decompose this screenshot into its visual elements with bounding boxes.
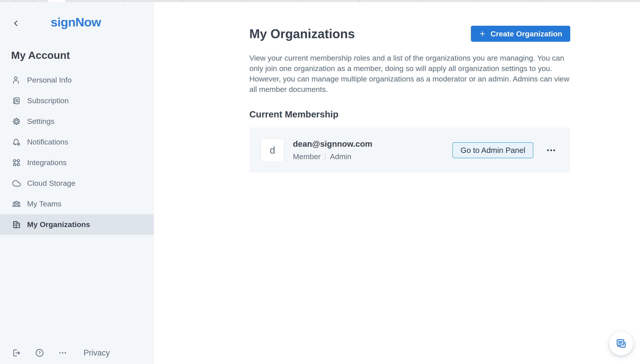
create-organization-button[interactable]: Create Organization: [471, 26, 570, 42]
svg-text:?: ?: [38, 350, 41, 355]
back-button[interactable]: [11, 18, 21, 29]
sidebar-item-subscription[interactable]: $ Subscription: [0, 90, 154, 111]
sidebar-item-my-organizations[interactable]: My Organizations: [0, 214, 154, 235]
subscription-icon: $: [12, 96, 21, 106]
svg-text:$: $: [16, 98, 18, 103]
chat-fab-button[interactable]: [609, 332, 633, 356]
people-icon: [12, 199, 21, 209]
privacy-link[interactable]: Privacy: [84, 348, 110, 358]
gear-icon: [12, 116, 21, 126]
sidebar-item-label: My Organizations: [27, 220, 90, 229]
browser-tab-strip: [0, 0, 640, 2]
sidebar-item-label: Subscription: [27, 96, 69, 105]
integrations-icon: [12, 158, 21, 168]
page-description: View your current membership roles and a…: [249, 53, 570, 94]
membership-card: d dean@signnow.com Member Admin Go to Ad…: [249, 128, 570, 173]
avatar: d: [261, 138, 284, 162]
sidebar-item-label: My Teams: [27, 200, 61, 208]
sidebar-item-my-teams[interactable]: My Teams: [0, 194, 154, 214]
sidebar-item-label: Settings: [27, 117, 55, 126]
sidebar-menu: Personal Info $ Subscription: [0, 70, 154, 235]
sidebar-item-notifications[interactable]: Notifications: [0, 132, 154, 152]
section-heading: Current Membership: [249, 109, 570, 120]
person-info-icon: [12, 75, 21, 85]
sidebar-heading: My Account: [11, 49, 70, 61]
sidebar-item-integrations[interactable]: Integrations: [0, 152, 154, 173]
sidebar-item-label: Integrations: [27, 158, 67, 167]
member-email: dean@signnow.com: [293, 140, 372, 149]
more-dots-icon[interactable]: [58, 348, 68, 358]
page-title: My Organizations: [249, 26, 355, 41]
member-roles: Member Admin: [293, 152, 372, 161]
sidebar: signNow My Account Personal Info $: [0, 2, 154, 364]
buildings-icon: [12, 220, 21, 230]
role-admin: Admin: [330, 152, 351, 161]
go-to-admin-panel-button[interactable]: Go to Admin Panel: [453, 142, 533, 158]
sidebar-item-personal-info[interactable]: Personal Info: [0, 70, 154, 90]
main-area: My Organizations Create Organization Vie…: [154, 2, 640, 364]
ellipsis-icon[interactable]: [546, 147, 556, 153]
sidebar-item-label: Notifications: [27, 138, 68, 146]
sidebar-item-settings[interactable]: Settings: [0, 111, 154, 132]
role-member: Member: [293, 152, 321, 161]
chat-bubbles-icon: [615, 337, 627, 350]
cloud-icon: [12, 178, 21, 188]
signnow-logo[interactable]: signNow: [51, 15, 101, 29]
help-icon[interactable]: ?: [35, 348, 45, 358]
sidebar-item-label: Personal Info: [27, 76, 72, 84]
chevron-left-icon: [12, 19, 20, 28]
bell-gear-icon: [12, 137, 21, 147]
logout-icon[interactable]: [12, 348, 21, 358]
plus-icon: [479, 30, 486, 37]
role-divider: [325, 153, 326, 160]
sidebar-item-label: Cloud Storage: [27, 179, 75, 188]
sidebar-item-cloud-storage[interactable]: Cloud Storage: [0, 173, 154, 194]
sidebar-footer: ? Privacy: [12, 348, 110, 358]
